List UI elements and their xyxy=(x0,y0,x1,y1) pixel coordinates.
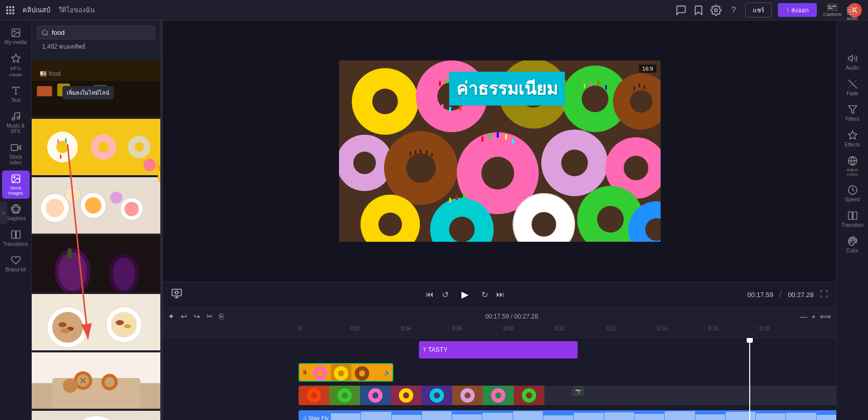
menu-item-my-videos[interactable]: วีดิโอของฉัน xyxy=(58,5,95,15)
right-panel-transition[interactable]: Transition xyxy=(839,207,866,231)
play-button[interactable]: ▶ xyxy=(457,286,473,303)
copy-button[interactable]: ⎘ xyxy=(219,312,224,321)
track-main-video[interactable]: 📷 xyxy=(299,386,836,405)
sidebar-label-stock-images: Stockimages xyxy=(8,185,23,196)
svg-rect-53 xyxy=(68,248,72,259)
svg-point-58 xyxy=(52,312,83,343)
ai-edit-button[interactable] xyxy=(171,288,182,301)
feedback-icon[interactable] xyxy=(675,5,687,16)
help-icon[interactable]: ? xyxy=(728,5,739,16)
fullscreen-button[interactable]: ⛶ xyxy=(820,290,828,299)
svg-point-6 xyxy=(13,31,14,32)
media-item-6[interactable] xyxy=(32,352,160,409)
svg-point-210 xyxy=(849,240,851,242)
zoom-out-button[interactable]: — xyxy=(799,312,807,321)
right-panel-audio[interactable]: Audio xyxy=(839,50,866,74)
sidebar-item-stock-video[interactable]: Stock video xyxy=(2,139,30,169)
svg-point-63 xyxy=(111,312,137,338)
ruler-mark-010: 0:10 xyxy=(555,326,564,331)
ruler-mark-016: 0:16 xyxy=(708,326,718,331)
media-item-3[interactable] xyxy=(32,177,160,234)
ruler-mark-014: 0:14 xyxy=(657,326,667,331)
timeline-tracks[interactable]: T TASTY ⏸ xyxy=(163,338,836,420)
right-panel-collapse-button[interactable]: ‹ xyxy=(0,202,7,224)
svg-point-11 xyxy=(17,117,19,119)
svg-point-141 xyxy=(532,212,556,237)
svg-point-135 xyxy=(449,217,475,242)
track-video-clip[interactable]: ⏸ 🔊 xyxy=(299,363,393,382)
cursor-tool-button[interactable]: ✦ xyxy=(168,312,175,321)
media-item-7[interactable] xyxy=(32,411,160,420)
playhead-handle[interactable] xyxy=(747,338,753,343)
audio-track-label: ♫ Stay Fly xyxy=(303,415,329,420)
rewind-button[interactable]: ↺ xyxy=(442,290,449,300)
svg-rect-119 xyxy=(426,150,428,154)
search-input[interactable] xyxy=(52,29,151,36)
svg-point-165 xyxy=(372,392,378,398)
svg-rect-26 xyxy=(75,89,86,96)
skip-forward-button[interactable]: ⏭ xyxy=(496,290,504,299)
svg-point-55 xyxy=(113,258,135,290)
svg-rect-27 xyxy=(93,85,108,96)
svg-rect-125 xyxy=(497,132,499,138)
svg-point-129 xyxy=(561,150,588,176)
sidebar-label-my-media: My media xyxy=(5,39,27,45)
svg-point-64 xyxy=(116,320,124,325)
export-button[interactable]: ↑ ส่งออก xyxy=(778,3,817,17)
bookmark-icon[interactable] xyxy=(693,5,704,16)
sidebar-item-stock-images[interactable]: Stockimages xyxy=(2,171,30,199)
right-panel-captions[interactable]: audio xyxy=(836,20,868,24)
svg-point-65 xyxy=(124,324,131,328)
ruler-mark-06: 0:06 xyxy=(452,326,462,331)
grid-menu-icon[interactable] xyxy=(6,6,14,14)
svg-marker-12 xyxy=(17,145,20,150)
result-count: 1,492 พบผลลัพธ์ xyxy=(37,39,155,55)
right-panel-speed[interactable]: Speed xyxy=(839,182,866,205)
sidebar-item-my-media[interactable]: My media xyxy=(2,25,30,48)
sidebar-item-text[interactable]: Text xyxy=(2,82,30,106)
svg-rect-146 xyxy=(172,289,181,296)
playhead[interactable] xyxy=(749,338,750,420)
zoom-in-button[interactable]: + xyxy=(811,312,816,321)
right-panel-adjust-colors[interactable]: Adjustcolors xyxy=(839,153,866,180)
right-panel-fade[interactable]: Fade xyxy=(839,76,866,99)
fit-button[interactable]: ⟺ xyxy=(820,312,831,321)
fast-forward-button[interactable]: ↻ xyxy=(481,290,488,300)
right-panel-captions-label: audio xyxy=(846,20,858,21)
share-button[interactable]: แชร์ xyxy=(745,3,772,17)
media-item-1[interactable]: 🍱 food เพิ่มลงในไทม์ไลน์ xyxy=(32,60,160,117)
track-audio-stay-fly[interactable]: ♫ Stay Fly xyxy=(299,410,836,420)
svg-rect-92 xyxy=(439,81,441,86)
svg-rect-50 xyxy=(32,236,160,292)
sidebar-item-transitions[interactable]: Transitions xyxy=(2,226,30,250)
topbar-left: คลิปเนสป์ วีดิโอของฉัน xyxy=(6,5,95,15)
search-box[interactable] xyxy=(37,26,155,39)
settings-icon[interactable] xyxy=(710,5,722,16)
right-panel-effects[interactable]: Effects xyxy=(839,127,866,151)
svg-point-180 xyxy=(526,392,532,398)
sidebar-item-create[interactable]: สร้างcreate xyxy=(2,50,30,80)
right-panel-color[interactable]: Color xyxy=(839,233,866,257)
svg-rect-124 xyxy=(489,133,491,139)
track-text-tasty[interactable]: T TASTY xyxy=(419,341,578,359)
track-row-video-clip: ⏸ 🔊 xyxy=(163,361,836,383)
svg-rect-136 xyxy=(449,198,451,203)
sidebar-item-brand-kit[interactable]: Brand kit xyxy=(2,252,30,276)
svg-point-72 xyxy=(104,377,115,387)
right-panel-filters[interactable]: Filters xyxy=(839,101,866,125)
cut-button[interactable]: ✂ xyxy=(206,312,213,321)
track-row-main-video: 📷 xyxy=(163,383,836,409)
media-item-4[interactable] xyxy=(32,236,160,292)
skip-back-button[interactable]: ⏮ xyxy=(426,290,434,299)
topbar: คลิปเนสป์ วีดิโอของฉัน ? แชร์ ↑ ส่งออก C… xyxy=(0,0,868,20)
svg-point-113 xyxy=(353,152,376,174)
video-preview-area: ค่าธรรมเนียม 16:9 xyxy=(163,20,836,282)
overlay-text: ค่าธรรมเนียม xyxy=(456,79,558,98)
redo-button[interactable]: ↪ xyxy=(194,312,200,321)
sidebar-item-music-sfx[interactable]: Music & SFX xyxy=(2,108,30,137)
media-item-2[interactable]: 🖐 xyxy=(32,119,160,175)
svg-rect-96 xyxy=(441,104,443,109)
media-item-5[interactable] xyxy=(32,294,160,350)
undo-button[interactable]: ↩ xyxy=(181,312,187,321)
right-sidebar: audio Audio Fade Filters Effects Adjustc… xyxy=(836,20,868,420)
